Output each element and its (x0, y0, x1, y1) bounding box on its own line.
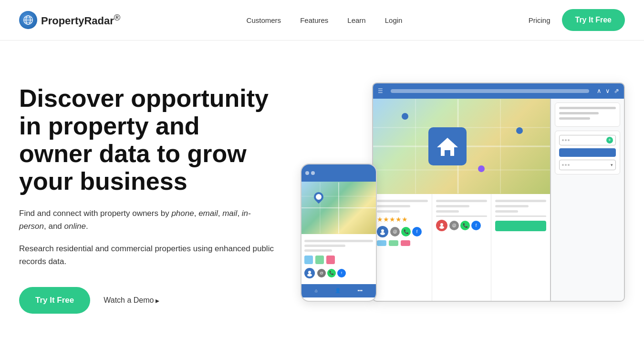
phone-map (301, 182, 376, 234)
phone-avatar (304, 268, 315, 278)
phone-contact: @ 📞 f (304, 268, 373, 278)
phone-footer-person-icon: 👤 (335, 288, 341, 293)
desktop-card-3 (491, 194, 550, 301)
hero-subtext: Find and connect with property owners by… (19, 207, 277, 233)
chevron-down-icon: ∨ (605, 87, 610, 94)
desktop-sidebar: + ▾ (550, 99, 624, 301)
phone-footer: ⌂ 👤 ••• (301, 284, 376, 297)
svg-point-20 (380, 232, 385, 235)
phone-footer-more-icon: ••• (358, 288, 363, 293)
hero-buttons: Try It Free Watch a Demo ▸ (19, 287, 277, 314)
avatar-icon (306, 270, 313, 276)
hamburger-icon: ☰ (378, 88, 383, 94)
nav-login[interactable]: Login (385, 16, 403, 24)
nav-features[interactable]: Features (300, 16, 328, 24)
desktop-home-icon (428, 127, 467, 165)
desktop-cards: ★★★★★ @ 📞 f (373, 194, 550, 301)
nav-learn[interactable]: Learn (347, 16, 365, 24)
hero-cta-button[interactable]: Try It Free (19, 287, 90, 314)
card-social-2: @ 📞 f (449, 221, 481, 230)
card-icons-row-1 (377, 240, 428, 246)
logo-globe (19, 11, 37, 29)
nav-cta-button[interactable]: Try It Free (562, 9, 625, 31)
facebook-icon-2: f (471, 221, 481, 230)
hero-illustration-area: @ 📞 f ⌂ 👤 ••• ☰ (277, 82, 625, 316)
map-pin-2 (478, 165, 485, 172)
map-pin-3 (516, 127, 523, 134)
facebook-icon: f (412, 227, 422, 236)
phone-icons-row (304, 256, 373, 264)
phone-social-icons: @ 📞 f (317, 269, 346, 277)
email-icon: @ (390, 227, 400, 236)
hero-subtext2: Research residential and commercial prop… (19, 242, 277, 268)
desktop-main: ★★★★★ @ 📞 f (373, 99, 550, 301)
card-contact-row-2: @ 📞 f (436, 220, 487, 231)
desktop-titlebar: ☰ ∧ ∨ ⇗ (373, 83, 624, 99)
globe-icon (23, 15, 33, 25)
sidebar-panel-1 (555, 102, 620, 127)
desktop-mockup: ☰ ∧ ∨ ⇗ (372, 82, 625, 302)
svg-rect-18 (445, 150, 450, 156)
logo[interactable]: PropertyRadar® (19, 11, 120, 29)
card-avatar-2 (436, 220, 447, 231)
hero-demo-link[interactable]: Watch a Demo ▸ (104, 296, 159, 305)
desktop-body: ★★★★★ @ 📞 f (373, 99, 624, 301)
phone-content: @ 📞 f (301, 234, 376, 281)
rating-stars: ★★★★★ (377, 215, 428, 223)
card-social-1: @ 📞 f (390, 227, 422, 236)
svg-point-11 (307, 274, 312, 276)
sidebar-input-1[interactable]: + (559, 135, 616, 145)
email-icon-2: @ (449, 221, 459, 230)
nav-pricing[interactable]: Pricing (529, 16, 551, 24)
hero-headline: Discover opportunity in property and own… (19, 84, 277, 195)
share-icon: ⇗ (614, 87, 619, 94)
desktop-card-1: ★★★★★ @ 📞 f (373, 194, 432, 301)
card-avatar-icon-1 (379, 228, 386, 235)
card-avatar-icon-2 (438, 222, 445, 229)
navigation: PropertyRadar® Customers Features Learn … (0, 0, 644, 41)
hero-left: Discover opportunity in property and own… (19, 84, 277, 314)
green-status-bar (495, 221, 546, 231)
svg-point-10 (308, 271, 311, 274)
sidebar-add-btn[interactable]: + (606, 137, 613, 143)
phone-map-roads-svg (301, 182, 376, 234)
phone-icon-2: 📞 (460, 221, 470, 230)
sidebar-blue-bar (559, 148, 616, 157)
chevron-icon: ▾ (611, 163, 613, 167)
desktop-card-2: @ 📞 f (432, 194, 491, 301)
chevron-up-icon: ∧ (597, 87, 602, 94)
hero-illustration: @ 📞 f ⌂ 👤 ••• ☰ (301, 82, 625, 316)
svg-point-19 (381, 229, 384, 232)
nav-links: Customers Features Learn Login (247, 16, 403, 24)
card-contact-row-1: @ 📞 f (377, 226, 428, 237)
phone-header (301, 164, 376, 182)
card-avatar-1 (377, 226, 388, 237)
titlebar-icons: ∧ ∨ ⇗ (597, 87, 619, 94)
logo-text: PropertyRadar® (41, 12, 120, 27)
phone-mockup: @ 📞 f ⌂ 👤 ••• (301, 164, 377, 302)
svg-point-22 (439, 226, 444, 229)
nav-right: Pricing Try It Free (529, 9, 625, 31)
phone-icon: 📞 (401, 227, 411, 236)
svg-point-21 (440, 223, 443, 226)
sidebar-panel-2: + ▾ (555, 131, 620, 174)
sidebar-select[interactable]: ▾ (559, 160, 616, 170)
phone-footer-home-icon: ⌂ (315, 288, 318, 293)
desktop-map (373, 99, 550, 194)
nav-customers[interactable]: Customers (247, 16, 281, 24)
house-svg (435, 134, 460, 159)
map-pin-1 (402, 113, 408, 120)
hero-section: Discover opportunity in property and own… (0, 41, 644, 348)
